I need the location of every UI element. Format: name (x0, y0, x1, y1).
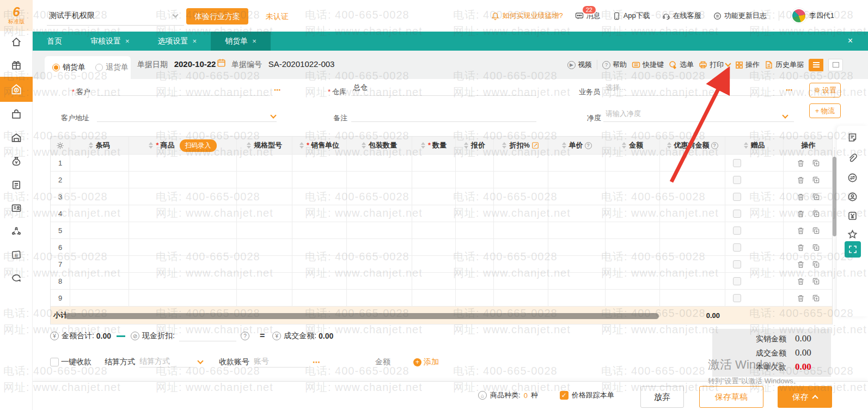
video-button[interactable]: ▶ 视频 (567, 60, 592, 70)
copy-row-icon[interactable] (812, 159, 820, 167)
sidebar-item-purchase[interactable] (0, 102, 33, 126)
cell-price[interactable] (548, 172, 606, 188)
cell-qty[interactable] (412, 290, 456, 306)
cell-pack-qty[interactable] (347, 155, 412, 171)
purity-input[interactable]: 请输入净度 (603, 109, 794, 122)
table-header-unit[interactable]: 销售单位 (292, 137, 347, 154)
user-item[interactable]: 李四代1 (791, 8, 834, 23)
delete-row-icon[interactable] (797, 227, 805, 235)
cell-actions[interactable] (784, 239, 833, 255)
gift-checkbox[interactable] (733, 193, 741, 201)
delete-row-icon[interactable] (797, 159, 805, 167)
help-icon[interactable]: ? (585, 142, 592, 149)
trial-plan-button[interactable]: 体验行业方案 (186, 8, 248, 25)
tab-选项设置[interactable]: 选项设置× (144, 32, 211, 51)
table-header-gift[interactable]: 赠品 (725, 137, 784, 154)
edit-discount-icon[interactable] (531, 142, 540, 150)
cell-actions[interactable] (784, 290, 833, 306)
sidebar-item-share[interactable] (0, 219, 33, 243)
app-download-item[interactable]: App下载 (613, 11, 650, 21)
account-input[interactable]: 账号 (254, 357, 308, 368)
cell-pre-discount-amount[interactable] (660, 172, 725, 188)
cell-price[interactable] (548, 290, 606, 306)
cell-discount[interactable] (494, 222, 548, 238)
cell-price[interactable] (548, 256, 606, 272)
cell-price[interactable] (548, 155, 606, 171)
radio-return-order[interactable]: 退货单 (95, 63, 129, 72)
cell-unit[interactable] (292, 222, 347, 238)
copy-row-icon[interactable] (812, 243, 820, 252)
sidebar-item-warehouse[interactable] (0, 126, 33, 150)
cell-product[interactable] (129, 188, 237, 205)
view-list-toggle[interactable] (809, 59, 823, 71)
cell-amount[interactable] (606, 172, 660, 188)
cell-amount[interactable] (606, 290, 660, 306)
cell-price[interactable] (548, 222, 606, 238)
cell-qty[interactable] (412, 222, 456, 238)
customer-input[interactable] (97, 83, 270, 96)
cell-unit[interactable] (292, 273, 347, 289)
cell-pack-qty[interactable] (347, 273, 412, 289)
cell-unit[interactable] (292, 290, 347, 306)
promo-link[interactable]: 如何实现业绩猛增? (491, 11, 563, 21)
cell-price[interactable] (548, 188, 606, 205)
cell-qty[interactable] (412, 239, 456, 255)
table-header-discount[interactable]: 折扣% (494, 137, 548, 154)
cell-pre-discount-amount[interactable] (660, 290, 725, 306)
online-service-item[interactable]: 在线客服 (662, 11, 701, 21)
cell-pre-discount-amount[interactable] (660, 188, 725, 205)
cell-product[interactable] (129, 290, 237, 306)
cell-quote[interactable] (456, 205, 494, 222)
cell-quote[interactable] (456, 239, 494, 255)
sort-icon[interactable] (744, 142, 748, 149)
table-header-settings[interactable] (51, 137, 70, 154)
sort-icon[interactable] (421, 142, 425, 149)
hotkeys-button[interactable]: 快捷键 (632, 60, 664, 70)
radio-sales-order[interactable]: 销货单 (52, 63, 85, 72)
tab-审核设置[interactable]: 审核设置× (76, 32, 144, 51)
cell-qty[interactable] (412, 205, 456, 222)
salesman-input[interactable]: 选择... (603, 83, 783, 96)
cell-barcode[interactable] (70, 155, 129, 171)
table-header-barcode[interactable]: 条码 (70, 137, 129, 154)
expand-button[interactable] (845, 241, 861, 258)
cell-discount[interactable] (494, 155, 548, 171)
cell-qty[interactable] (412, 256, 456, 272)
cell-price[interactable] (548, 239, 606, 255)
chevron-down-icon[interactable] (197, 358, 203, 364)
table-header-price[interactable]: 单价? (548, 137, 606, 154)
cell-barcode[interactable] (70, 239, 129, 255)
scan-entry-button[interactable]: 扫码录入 (180, 139, 217, 152)
cell-actions[interactable] (784, 205, 833, 222)
cell-pre-discount-amount[interactable] (660, 239, 725, 255)
cell-spec[interactable] (237, 239, 292, 255)
tab-close-icon[interactable]: × (252, 37, 256, 45)
chevron-down-icon[interactable] (172, 11, 178, 17)
cell-quote[interactable] (456, 222, 494, 238)
save-draft-button[interactable]: 保存草稿 (699, 386, 763, 408)
address-input[interactable] (97, 109, 277, 122)
sort-icon[interactable] (464, 142, 468, 149)
cell-pre-discount-amount[interactable] (660, 222, 725, 238)
cell-spec[interactable] (237, 256, 292, 272)
delete-row-icon[interactable] (797, 260, 805, 268)
sort-icon[interactable] (299, 142, 304, 149)
cell-actions[interactable] (784, 273, 833, 289)
quick-collect-checkbox[interactable] (50, 358, 59, 366)
print-button[interactable]: 打印 (699, 60, 730, 70)
table-header-pack-qty[interactable]: 包装数量 (347, 137, 412, 154)
cell-unit[interactable] (292, 205, 347, 222)
cell-barcode[interactable] (70, 172, 129, 188)
copy-row-icon[interactable] (812, 260, 820, 268)
cell-quote[interactable] (456, 155, 494, 171)
cell-discount[interactable] (494, 290, 548, 306)
cell-amount[interactable] (606, 239, 660, 255)
cell-product[interactable] (129, 273, 237, 289)
sidebar-item-reports[interactable] (0, 173, 33, 197)
copy-row-icon[interactable] (812, 193, 820, 201)
vertical-scrollbar[interactable] (833, 157, 836, 236)
cell-gift[interactable] (725, 205, 784, 222)
copy-row-icon[interactable] (812, 294, 820, 302)
cell-spec[interactable] (237, 205, 292, 222)
cell-discount[interactable] (494, 188, 548, 205)
